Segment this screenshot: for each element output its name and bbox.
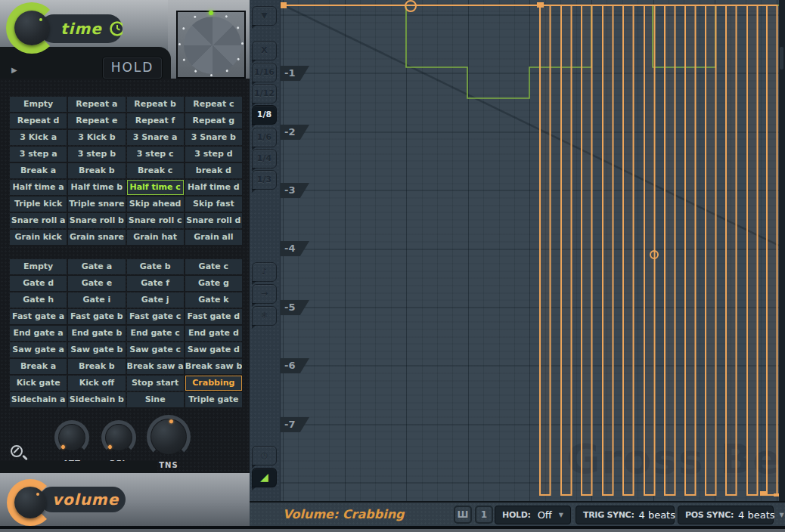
time-tab[interactable]: time xyxy=(0,0,174,57)
time-preset-cell[interactable]: Repeat d xyxy=(10,113,67,128)
diagonal-reference-line[interactable] xyxy=(281,4,779,246)
snap-1-16-button[interactable]: 1/16 xyxy=(252,63,277,82)
time-preset-cell[interactable]: 3 step b xyxy=(68,147,125,162)
volume-preset-cell[interactable]: Gate d xyxy=(10,276,67,291)
clock-button[interactable]: ◷ xyxy=(252,446,277,466)
time-preset-cell[interactable]: Repeat a xyxy=(68,97,125,112)
volume-pulse[interactable] xyxy=(747,5,758,495)
volume-pulse[interactable] xyxy=(767,5,777,495)
pos-sync-dropdown[interactable]: POS SYNC: 4 beats ▼ xyxy=(678,506,774,524)
trig-sync-dropdown[interactable]: TRIG SYNC: 4 beats ▼ xyxy=(576,506,675,524)
time-preset-cell[interactable]: 3 Kick a xyxy=(10,130,67,145)
time-preset-cell[interactable]: Break a xyxy=(10,163,67,178)
time-preset-cell[interactable]: 3 Snare a xyxy=(127,130,184,145)
note-button[interactable]: ♪ xyxy=(252,262,277,282)
volume-pulse[interactable] xyxy=(623,5,634,495)
time-preset-cell[interactable]: Repeat b xyxy=(127,97,184,112)
snowflake-button[interactable]: ❄ xyxy=(252,306,277,326)
time-preset-cell[interactable]: Half time d xyxy=(185,180,242,195)
volume-preset-cell[interactable]: End gate d xyxy=(185,326,242,341)
time-preset-cell[interactable]: 3 step a xyxy=(10,147,67,162)
time-envelope-line[interactable] xyxy=(283,5,779,98)
time-preset-cell[interactable]: Skip fast xyxy=(185,196,242,212)
volume-preset-cell[interactable]: Saw gate b xyxy=(68,342,125,357)
snap-1-12-button[interactable]: 1/12 xyxy=(252,84,277,104)
envelope-editor[interactable]: Gross Beat -1-2-3-4-5-6-7 xyxy=(281,0,779,501)
time-preset-cell[interactable]: Break b xyxy=(68,163,125,178)
volume-preset-cell[interactable]: End gate b xyxy=(68,326,125,341)
snap-1-4-button[interactable]: 1/4 xyxy=(252,149,277,169)
volume-preset-cell[interactable]: Break saw a xyxy=(127,359,184,374)
envelope-handle[interactable] xyxy=(760,491,768,496)
volume-pulse[interactable] xyxy=(603,5,613,495)
time-preset-cell[interactable]: 3 Kick b xyxy=(68,130,125,145)
hold-mode-dropdown[interactable]: HOLD: Off ▼ xyxy=(495,506,571,524)
volume-preset-cell[interactable]: Gate k xyxy=(185,292,242,308)
time-preset-cell[interactable]: Half time c xyxy=(127,180,184,195)
release-knob[interactable] xyxy=(101,420,136,455)
slope-button[interactable]: ◢ xyxy=(252,468,277,487)
volume-preset-cell[interactable]: Kick off xyxy=(68,376,125,391)
volume-preset-cell[interactable]: Saw gate c xyxy=(127,342,184,357)
volume-preset-cell[interactable]: Gate j xyxy=(127,292,184,308)
time-preset-cell[interactable]: Empty xyxy=(10,97,67,112)
time-preset-cell[interactable]: 3 step d xyxy=(185,147,242,162)
time-preset-cell[interactable]: 3 step c xyxy=(127,147,184,162)
snap-1-8-button[interactable]: 1/8 xyxy=(252,105,277,125)
time-preset-cell[interactable]: Repeat e xyxy=(68,113,125,128)
volume-preset-cell[interactable]: Empty xyxy=(10,259,67,274)
time-preset-cell[interactable]: Snare roll c xyxy=(127,213,184,228)
volume-preset-cell[interactable]: Sine xyxy=(127,392,184,407)
volume-preset-cell[interactable]: Saw gate d xyxy=(185,342,242,357)
volume-preset-cell[interactable]: Fast gate b xyxy=(68,309,125,324)
play-arrow-icon[interactable]: ▶ xyxy=(11,66,17,74)
volume-preset-cell[interactable]: Gate g xyxy=(185,276,242,291)
volume-pulse[interactable] xyxy=(706,5,716,495)
volume-preset-cell[interactable]: Gate f xyxy=(127,276,184,291)
tension-knob[interactable] xyxy=(147,415,191,459)
attack-knob[interactable] xyxy=(54,420,89,455)
envelope-canvas[interactable] xyxy=(281,0,779,501)
volume-preset-cell[interactable]: Saw gate a xyxy=(10,342,67,357)
time-knob[interactable] xyxy=(14,11,49,45)
x-button[interactable]: X xyxy=(252,41,277,60)
volume-preset-cell[interactable]: Fast gate a xyxy=(10,309,67,324)
volume-preset-cell[interactable]: Fast gate d xyxy=(185,309,242,324)
volume-pulse[interactable] xyxy=(644,5,655,495)
scrollbar-thumb[interactable] xyxy=(780,47,783,70)
volume-pulse[interactable] xyxy=(561,5,572,495)
menu-arrow-button[interactable]: ▼ xyxy=(252,6,277,26)
volume-preset-cell[interactable]: Fast gate c xyxy=(127,309,184,324)
volume-preset-cell[interactable]: Break saw b xyxy=(185,359,242,374)
arrow-button[interactable]: → xyxy=(252,284,277,304)
volume-preset-cell[interactable]: Crabbing xyxy=(185,376,242,391)
volume-pulse[interactable] xyxy=(685,5,696,495)
time-preset-cell[interactable]: Snare roll b xyxy=(68,213,125,228)
volume-preset-cell[interactable]: Gate c xyxy=(185,259,242,274)
time-preset-cell[interactable]: Grain all xyxy=(185,230,242,245)
volume-preset-cell[interactable]: Triple gate xyxy=(185,392,242,407)
time-preset-cell[interactable]: Grain snare xyxy=(68,230,125,245)
volume-preset-cell[interactable]: Break b xyxy=(68,359,125,374)
slot-one-button[interactable]: 1 xyxy=(475,506,493,524)
volume-preset-cell[interactable]: Sidechain b xyxy=(68,392,125,407)
time-preset-cell[interactable]: Break c xyxy=(127,163,184,178)
volume-pulse[interactable] xyxy=(582,5,592,495)
time-preset-cell[interactable]: Grain kick xyxy=(10,230,67,245)
volume-preset-cell[interactable]: Gate i xyxy=(68,292,125,308)
time-preset-cell[interactable]: Repeat f xyxy=(127,113,184,128)
volume-preset-cell[interactable]: Sidechain a xyxy=(10,392,67,407)
volume-preset-cell[interactable]: End gate c xyxy=(127,326,184,341)
time-preset-cell[interactable]: Repeat c xyxy=(185,97,242,112)
time-preset-cell[interactable]: Repeat g xyxy=(185,113,242,128)
smart-find-icon[interactable] xyxy=(11,445,23,457)
volume-preset-cell[interactable]: End gate a xyxy=(10,326,67,341)
volume-knob[interactable] xyxy=(14,487,46,518)
volume-preset-cell[interactable]: Gate e xyxy=(68,276,125,291)
volume-preset-cell[interactable]: Gate a xyxy=(68,259,125,274)
snap-1-3-button[interactable]: 1/3 xyxy=(252,170,277,190)
time-preset-cell[interactable]: Half time a xyxy=(10,180,67,195)
time-preset-cell[interactable]: Half time b xyxy=(68,180,125,195)
time-preset-cell[interactable]: Snare roll d xyxy=(185,213,242,228)
keyboard-map-button[interactable]: Ш xyxy=(454,506,472,524)
